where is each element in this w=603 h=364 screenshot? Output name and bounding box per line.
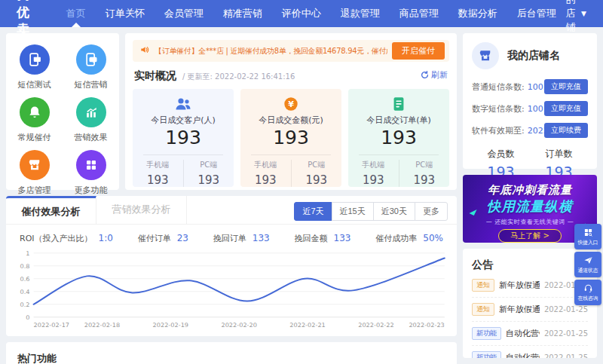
shop-info-card: 我的店铺名 普通短信条数: 100 立即充值 数字短信条数: 100 立即充值 …: [463, 33, 597, 169]
sidebar-item-label: 多店管理: [18, 185, 51, 196]
banner-line2: 快用流量纵横: [463, 197, 597, 216]
chevron-down-icon: ▼: [581, 10, 586, 17]
orders-value: 193: [348, 127, 449, 148]
storefront-icon: [472, 42, 499, 69]
notice-item[interactable]: 新功能 自动化营销功能上线 2022-01-25: [472, 346, 588, 358]
nav-item-refunds[interactable]: 退款管理: [331, 0, 390, 27]
quick-entry-button[interactable]: 快捷入口: [574, 224, 601, 249]
stat-card-orders: 今日成交订单(单) 193 手机端193 PC端193: [348, 89, 449, 187]
recharge-sms-button[interactable]: 立即充值: [544, 79, 588, 94]
range-30d-button[interactable]: 近30天: [373, 202, 415, 221]
feature-badge: 新功能: [472, 351, 501, 358]
shop-name: 我的店铺名: [507, 49, 560, 63]
nav-item-analytics[interactable]: 数据分析: [448, 0, 507, 27]
grid-icon: [76, 150, 106, 180]
realtime-overview-card: 【订单催付】全***店 | 近期催付成功8单，挽回金额14678.94元，催付成…: [125, 33, 457, 190]
svg-text:0.4: 0.4: [20, 289, 29, 295]
tab-reminder-analysis[interactable]: 催付效果分析: [6, 196, 96, 224]
banner-line1: 年底冲刺看流量: [463, 183, 597, 197]
updated-at-text: / 更新至: 2022-02-22 16:41:16: [182, 72, 415, 82]
digital-sms-value: 100: [528, 104, 544, 114]
renew-button[interactable]: 立即续费: [544, 123, 588, 138]
svg-text:0.8: 0.8: [20, 263, 29, 270]
yen-coin-icon: ¥: [240, 96, 341, 112]
feature-badge: 新功能: [472, 327, 501, 340]
main-nav: 首页 订单关怀 会员管理 精准营销 评价中心 退款管理 商品管理 数据分析 后台…: [57, 0, 566, 27]
roi-value: 1:0: [99, 233, 113, 243]
phone-mail-icon: [20, 44, 50, 75]
sms-balance-value: 100: [528, 82, 544, 92]
start-reminder-button[interactable]: 开启催付: [392, 42, 445, 60]
nav-item-admin[interactable]: 后台管理: [507, 0, 566, 27]
paper-plane-icon: [583, 255, 593, 265]
svg-text:2022-02-22: 2022-02-22: [358, 323, 393, 329]
nav-item-order-care[interactable]: 订单关怀: [96, 0, 155, 27]
announcement-bar: 【订单催付】全***店 | 近期催付成功8单，挽回金额14678.94元，催付成…: [133, 40, 449, 62]
success-rate-value: 50%: [423, 233, 443, 243]
top-navbar: M优卖 首页 订单关怀 会员管理 精准营销 评价中心 退款管理 商品管理 数据分…: [0, 0, 603, 27]
notice-badge: 通知: [472, 303, 494, 316]
date-range-group: 近7天 近15天 近30天 更多: [295, 202, 448, 221]
svg-text:1: 1: [26, 250, 29, 257]
sidebar-item-label: 更多功能: [75, 185, 108, 196]
svg-text:0.2: 0.2: [20, 301, 29, 308]
notice-item[interactable]: 通知 新年放假通知！！！ 2022-01-25: [472, 298, 588, 322]
success-rate-label: 催付成功率: [375, 233, 417, 244]
order-doc-icon: [348, 96, 449, 112]
notice-item[interactable]: 通知 新年放假通知！！！ 2022-01-25: [472, 274, 588, 298]
svg-text:2022-02-20: 2022-02-20: [221, 323, 256, 329]
page-body: 短信测试 短信营销 常规催付: [0, 27, 603, 364]
sidebar-item-marketing-effect[interactable]: 营销效果: [63, 90, 119, 143]
svg-text:0: 0: [26, 314, 29, 321]
range-7d-button[interactable]: 近7天: [294, 202, 332, 221]
license-expiry-row: 软件有效期至: 2022-03-01 立即续费: [472, 123, 588, 138]
announcements-title: 公告: [472, 258, 588, 272]
range-more-button[interactable]: 更多: [415, 202, 448, 221]
quick-actions-panel: 短信测试 短信营销 常规催付: [6, 33, 119, 190]
store-icon: [20, 150, 50, 180]
svg-text:2022-02-18: 2022-02-18: [84, 323, 120, 329]
nav-item-marketing[interactable]: 精准营销: [213, 0, 272, 27]
tab-marketing-analysis[interactable]: 营销效果分析: [96, 196, 187, 224]
sidebar-item-payment-reminder[interactable]: 常规催付: [6, 90, 63, 143]
line-chart-svg: 00.20.40.60.812022-02-172022-02-182022-0…: [12, 246, 451, 338]
amount-value: 193: [240, 127, 341, 148]
bell-icon: [20, 97, 50, 127]
recovered-amount-value: 133: [334, 233, 351, 243]
recharge-digital-button[interactable]: 立即充值: [544, 101, 588, 116]
svg-text:2022-02-17: 2022-02-17: [34, 323, 69, 329]
digital-sms-row: 数字短信条数: 100 立即充值: [472, 101, 588, 116]
nav-item-reviews[interactable]: 评价中心: [272, 0, 331, 27]
reminder-orders-label: 催付订单: [138, 233, 171, 244]
sidebar-item-label: 短信测试: [18, 79, 51, 90]
phone-chat-icon: [76, 44, 106, 75]
recovered-orders-value: 133: [253, 233, 270, 243]
range-15d-button[interactable]: 近15天: [332, 202, 374, 221]
announcement-text: 【订单催付】全***店 | 近期催付成功8单，挽回金额14678.94元，催付成…: [155, 46, 387, 57]
nav-item-members[interactable]: 会员管理: [155, 0, 213, 27]
customers-value: 193: [133, 127, 234, 148]
recovered-orders-label: 挽回订单: [213, 233, 246, 244]
realtime-title: 实时概况: [134, 69, 176, 83]
recovered-amount-label: 挽回金额: [295, 233, 328, 244]
online-support-button[interactable]: 在线咨询: [574, 280, 601, 305]
reminder-orders-value: 23: [177, 233, 188, 243]
line-chart: 00.20.40.60.812022-02-172022-02-182022-0…: [6, 246, 457, 338]
sidebar-item-sms-test[interactable]: 短信测试: [6, 38, 63, 90]
analysis-stats-row: ROI（投入产出比）1:0 催付订单23 挽回订单133 挽回金额133 催付成…: [6, 225, 457, 246]
license-expiry-value: 2022-03-01: [528, 126, 544, 136]
sidebar-item-label: 常规催付: [18, 132, 51, 143]
nav-item-products[interactable]: 商品管理: [390, 0, 448, 27]
banner-cta-button[interactable]: 马上了解 >: [498, 229, 562, 243]
speaker-icon: [139, 44, 150, 57]
hot-features-title: 热门功能: [17, 352, 445, 364]
svg-text:¥: ¥: [288, 99, 294, 109]
channel-status-button[interactable]: 通道状态: [574, 252, 601, 277]
sidebar-item-sms-marketing[interactable]: 短信营销: [63, 38, 119, 90]
sidebar-item-more[interactable]: 更多功能: [63, 143, 119, 196]
notice-item[interactable]: 新功能 自动化营销功能上线 2022-01-25: [472, 322, 588, 346]
refresh-button[interactable]: 刷新: [421, 69, 448, 81]
sidebar-item-multi-store[interactable]: 多店管理: [6, 143, 63, 196]
nav-item-home[interactable]: 首页: [57, 0, 96, 27]
stat-card-customers: 今日成交客户(人) 193 手机端193 PC端193: [133, 89, 234, 187]
